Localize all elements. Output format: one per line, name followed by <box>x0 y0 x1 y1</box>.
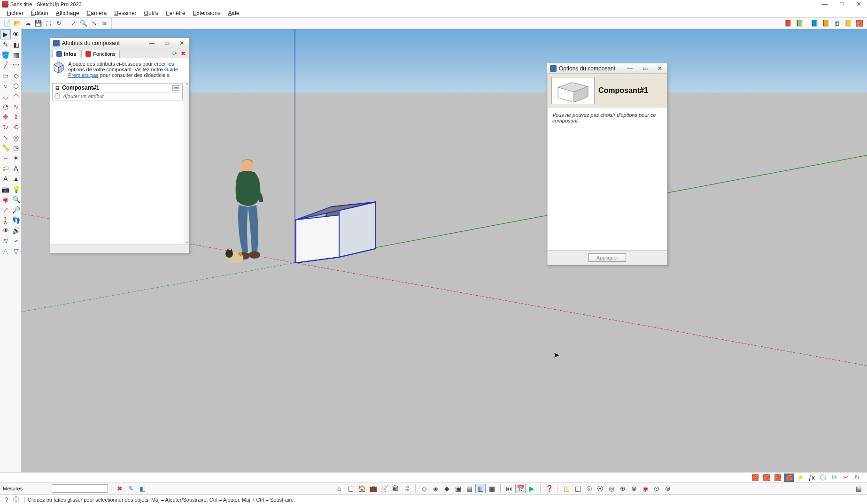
rotated-rect-tool-icon[interactable]: ◇ <box>11 70 22 81</box>
attr-panel-header[interactable]: Attributs du composant — ▭ ✕ <box>50 38 189 48</box>
scale-tool-icon[interactable]: ⤡ <box>0 132 11 143</box>
mb-g-icon-8[interactable]: ◉ <box>640 484 650 493</box>
zoom-window2-icon[interactable]: 🔎 <box>11 205 22 215</box>
component-collapse-toggle[interactable]: ⊟ <box>54 85 60 91</box>
window-close-button[interactable]: ✕ <box>850 0 867 8</box>
menu-edition[interactable]: Édition <box>27 9 52 17</box>
menu-camera[interactable]: Caméra <box>83 9 111 17</box>
walk-tool-icon[interactable]: 💡 <box>11 184 22 194</box>
panel-icon-4[interactable]: 📙 <box>821 19 831 28</box>
zoom-extents2-icon[interactable]: ⤢ <box>0 205 11 215</box>
save-cloud-icon[interactable]: ☁ <box>23 19 32 28</box>
rotate-tool-icon[interactable]: ↻ <box>0 122 11 132</box>
mb-icon-3[interactable]: ◧ <box>137 484 147 493</box>
menu-outils[interactable]: Outils <box>140 9 163 17</box>
dc-icon-4[interactable]: 🧱 <box>784 473 794 482</box>
status-info-icon[interactable]: ⓘ <box>12 496 20 504</box>
component-attributes-panel[interactable]: Attributs du composant — ▭ ✕ Infos Fonct… <box>50 38 190 253</box>
attr-tab-infos[interactable]: Infos <box>52 50 80 58</box>
mb-house1-icon[interactable]: ⌂ <box>334 484 344 493</box>
tag-tool-icon[interactable]: 🏷 <box>0 163 11 174</box>
offset-tool-icon[interactable]: ◎ <box>11 132 22 143</box>
mb-tail-icon[interactable]: ▤ <box>853 484 864 493</box>
panel-icon-3[interactable]: 📘 <box>809 19 820 28</box>
mb-printer-icon[interactable]: 🖨 <box>402 484 412 493</box>
refresh-icon[interactable]: ↻ <box>54 19 63 28</box>
menu-dessiner[interactable]: Dessiner <box>110 9 140 17</box>
text-tool-icon[interactable]: A̲ <box>11 163 22 174</box>
mb-g-icon-2[interactable]: ◫ <box>573 484 583 493</box>
add-attribute-row[interactable]: + Ajouter un attribut <box>53 92 182 100</box>
dc-icon-8[interactable]: ⟳ <box>829 473 839 482</box>
footsteps-icon[interactable]: 👣 <box>11 215 22 225</box>
mb-g-icon-1[interactable]: ◳ <box>561 484 572 493</box>
mb-house2-icon[interactable]: 🏠 <box>356 484 367 493</box>
circle-tool-icon[interactable]: ○ <box>0 81 11 91</box>
mb-style2-icon[interactable]: ◈ <box>430 484 441 493</box>
dc-icon-7[interactable]: ⓘ <box>818 473 828 482</box>
mb-nav3-icon[interactable]: ▶ <box>526 484 537 493</box>
attr-clear-button[interactable]: ✖ <box>179 50 187 57</box>
model-viewport[interactable]: Attributs du composant — ▭ ✕ Infos Fonct… <box>22 29 867 482</box>
menu-aide[interactable]: Aide <box>224 9 243 17</box>
pan-tool-icon[interactable]: 🔊 <box>11 225 22 236</box>
mb-nav1-icon[interactable]: ⏮ <box>504 484 514 493</box>
zoom-extents-icon[interactable]: ⤢ <box>69 19 78 28</box>
panel-icon-6[interactable]: 📒 <box>843 19 853 28</box>
zoom-tool-icon[interactable]: 🔍 <box>11 194 22 205</box>
dc-icon-6[interactable]: ƒx <box>806 473 817 482</box>
tape-tool-icon[interactable]: 📏 <box>0 143 11 153</box>
status-help-icon[interactable]: ? <box>3 496 10 504</box>
mb-house3-icon[interactable]: 🏛 <box>390 484 401 493</box>
axis-tool-icon[interactable]: ✶ <box>11 153 22 163</box>
mb-case-icon[interactable]: 💼 <box>368 484 378 493</box>
mb-g-icon-10[interactable]: ⊚ <box>663 484 673 493</box>
pushpull-tool-icon[interactable]: ⇕ <box>11 112 22 122</box>
zoom-icon[interactable]: ⤡ <box>89 19 99 28</box>
position-camera-icon[interactable]: 📷 <box>0 184 11 194</box>
move-tool-icon[interactable]: ✥ <box>0 112 11 122</box>
mb-icon-2[interactable]: ✎ <box>126 484 136 493</box>
sandbox2-icon[interactable]: ≈ <box>11 236 22 246</box>
pencil-tool-icon[interactable]: ✎ <box>0 39 11 50</box>
menu-fenetre[interactable]: Fenêtre <box>162 9 189 17</box>
mb-cart-icon[interactable]: 🛒 <box>379 484 389 493</box>
attr-panel-close-button[interactable]: ✕ <box>174 40 189 46</box>
component-options-panel[interactable]: Options du composant — ▭ ✕ <box>547 63 668 266</box>
attr-panel-max-button[interactable]: ▭ <box>159 40 174 46</box>
attr-refresh-button[interactable]: ⟳ <box>170 50 179 57</box>
opt-panel-min-button[interactable]: — <box>622 65 637 72</box>
mb-nav2-icon[interactable]: 📅 <box>515 484 526 493</box>
walk2-tool-icon[interactable]: 🚶 <box>0 215 11 225</box>
mb-style5-icon[interactable]: ▤ <box>464 484 474 493</box>
opt-panel-max-button[interactable]: ▭ <box>637 65 652 72</box>
unit-badge[interactable]: cm <box>172 85 180 91</box>
panel-icon-2[interactable]: 📗 <box>794 19 805 28</box>
sandbox4-icon[interactable]: ▽ <box>11 246 22 256</box>
paint-tool-icon[interactable]: 🪣 <box>0 50 11 60</box>
mb-help-icon[interactable]: ❓ <box>544 484 554 493</box>
opt-panel-header[interactable]: Options du composant — ▭ ✕ <box>547 63 667 74</box>
rectangle-tool-icon[interactable]: ▭ <box>0 70 11 81</box>
window-maximize-button[interactable]: □ <box>833 0 850 8</box>
mb-icon-1[interactable]: ✖ <box>115 484 125 493</box>
arc2-tool-icon[interactable]: ◠ <box>11 91 22 101</box>
component-name-label[interactable]: Composant#1 <box>62 84 99 91</box>
panel-icon-7[interactable]: 🧱 <box>854 19 865 28</box>
mb-style7-icon[interactable]: ▦ <box>487 484 497 493</box>
menu-affichage[interactable]: Affichage <box>52 9 83 17</box>
measures-input[interactable] <box>52 484 108 493</box>
freehand-tool-icon[interactable]: 〰 <box>11 60 22 70</box>
section-tool-icon[interactable]: ▲ <box>11 174 22 184</box>
panel-icon-1[interactable]: 📕 <box>783 19 793 28</box>
line-tool-icon[interactable]: ╱ <box>0 60 11 70</box>
layers-icon[interactable]: ≋ <box>100 19 109 28</box>
mb-style1-icon[interactable]: ◇ <box>419 484 429 493</box>
dc-icon-5[interactable]: ⚡ <box>795 473 805 482</box>
mb-g-icon-3[interactable]: ⦾ <box>584 484 594 493</box>
dc-icon-1[interactable]: 🧱 <box>750 473 760 482</box>
texture-tool-icon[interactable]: ▦ <box>11 50 22 60</box>
protractor-tool-icon[interactable]: ◷ <box>11 143 22 153</box>
open-file-icon[interactable]: 📂 <box>13 19 22 28</box>
sandbox1-icon[interactable]: ≋ <box>0 236 11 246</box>
